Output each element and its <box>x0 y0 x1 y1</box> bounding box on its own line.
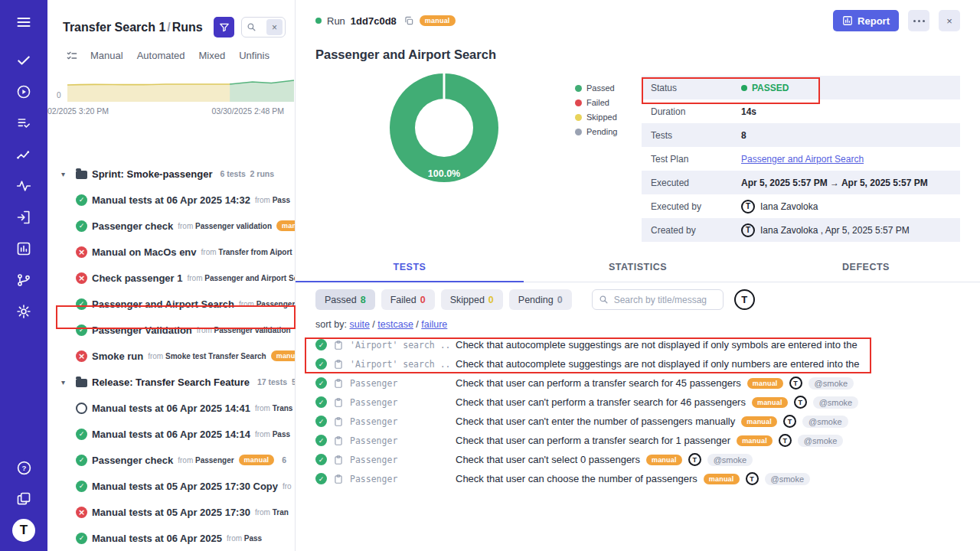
test-title[interactable]: Check that user can perform a transfer s… <box>456 377 741 389</box>
report-button[interactable]: Report <box>833 10 899 31</box>
status-icon <box>76 171 87 179</box>
search-icon <box>247 22 256 32</box>
projects-icon[interactable] <box>11 487 37 510</box>
test-row[interactable]: Passenger Check that user can't perform … <box>315 393 960 412</box>
search-input[interactable] <box>592 289 724 310</box>
runs-list-icon[interactable] <box>11 112 37 135</box>
test-row[interactable]: Passenger Check that user can perform a … <box>315 431 960 450</box>
smoke-tag[interactable]: @smoke <box>707 454 753 466</box>
status-icon <box>76 507 87 518</box>
sort-link[interactable]: failure <box>421 319 447 330</box>
smoke-tag[interactable]: @smoke <box>813 396 859 409</box>
item-meta: 17 tests 5 <box>257 377 295 386</box>
from-label: from Pass <box>255 430 290 439</box>
tab[interactable]: STATISTICS <box>524 255 752 282</box>
flow-icon[interactable] <box>11 143 37 166</box>
tab[interactable]: TESTS <box>296 255 524 282</box>
testomat-icon: T <box>779 434 792 447</box>
check-icon[interactable] <box>11 49 37 72</box>
play-circle-icon[interactable] <box>11 80 37 103</box>
passed-icon <box>315 435 327 446</box>
tree-item[interactable]: Manual tests at 06 Apr 2025 14:41 from T… <box>47 395 295 421</box>
tree-item[interactable]: Passenger and Airport Search from Passen… <box>47 291 295 317</box>
from-label: from Passenger <box>178 456 234 465</box>
filter-chip[interactable]: Failed0 <box>381 289 435 310</box>
suite-name: 'Airport' search ... <box>350 359 449 370</box>
from-label: from Transfer from Aiport <box>201 248 292 256</box>
info-row: Created by TIana Zavoloka , Apr 5, 2025 … <box>642 218 960 242</box>
analytics-icon[interactable] <box>11 237 37 260</box>
test-row[interactable]: Passenger Check that user can't select 0… <box>315 450 960 469</box>
tree-item[interactable]: Manual tests at 06 Apr 2025 14:32 from P… <box>47 187 295 213</box>
help-icon[interactable]: ? <box>11 456 37 479</box>
info-value: 14s <box>741 106 951 117</box>
tree-item[interactable]: Smoke run from Smoke test Transfer Searc… <box>47 343 295 369</box>
test-title[interactable]: Check that user can choose the number of… <box>456 473 697 484</box>
tree-item[interactable]: Manual tests at 05 Apr 2025 17:30 from T… <box>47 499 295 525</box>
sidebar-tab[interactable]: Mixed <box>199 50 226 61</box>
sort-links: suite / testcase / failure <box>349 319 447 330</box>
smoke-tag[interactable]: @smoke <box>765 473 811 485</box>
pulse-icon[interactable] <box>11 174 37 197</box>
sidebar-tab[interactable]: Automated <box>137 50 185 61</box>
tree-item[interactable]: Passenger check from Passenger validatio… <box>47 213 295 239</box>
sort-link[interactable]: testcase <box>377 319 413 330</box>
branch-icon[interactable] <box>11 269 37 292</box>
breadcrumb-project[interactable]: Transfer Search 1 <box>63 21 165 34</box>
tree-item[interactable]: Check passenger 1 from Passenger and Air… <box>47 265 295 291</box>
sidebar-tab[interactable]: Manual <box>90 50 123 61</box>
filter-button[interactable] <box>214 17 234 37</box>
copy-icon[interactable] <box>403 15 414 26</box>
test-title[interactable]: Check that user can't select 0 passenger… <box>456 454 640 465</box>
info-value: Apr 5, 2025 5:57 PM → Apr 5, 2025 5:57 P… <box>741 178 951 188</box>
menu-icon[interactable] <box>11 11 37 34</box>
tree-item[interactable]: Manual on MacOs env from Transfer from A… <box>47 239 295 265</box>
sidebar-tab[interactable]: Unfinis <box>239 50 270 61</box>
manual-badge: manual <box>704 474 740 484</box>
import-icon[interactable] <box>11 206 37 229</box>
smoke-tag[interactable]: @smoke <box>802 416 848 428</box>
test-plan-link[interactable]: Passenger and Airport Search <box>741 154 864 165</box>
filter-chip[interactable]: Passed8 <box>315 289 375 310</box>
logo-icon[interactable]: T <box>12 519 35 542</box>
breadcrumb-section[interactable]: Runs <box>172 21 203 34</box>
sort-link[interactable]: suite <box>349 319 369 330</box>
smoke-tag[interactable]: @smoke <box>798 435 844 447</box>
test-row[interactable]: Passenger Check that user can perform a … <box>315 373 960 393</box>
testomat-filter-button[interactable]: T <box>734 289 755 310</box>
tab[interactable]: DEFECTS <box>752 255 980 282</box>
sidebar-tabs: Manual Automated Mixed Unfinis <box>47 37 295 68</box>
chevron-down-icon[interactable]: ▾ <box>61 170 71 178</box>
close-button[interactable]: × <box>939 10 960 31</box>
tree-item[interactable]: Passenger check from Passenger manual 6 <box>47 447 295 473</box>
tree-item[interactable]: Manual tests at 06 Apr 2025 14:14 from P… <box>47 421 295 447</box>
test-title[interactable]: Check that autocomplete suggestings are … <box>456 339 858 350</box>
settings-icon[interactable] <box>11 300 37 323</box>
tree-item[interactable]: ▾ Release: Transfer Search Feature 17 te… <box>47 369 295 395</box>
test-row[interactable]: Passenger Check that user can choose the… <box>315 469 960 488</box>
search-input[interactable]: × <box>241 17 286 37</box>
tree-item[interactable]: Manual tests at 06 Apr 2025 from Pass <box>47 525 295 551</box>
filter-chip[interactable]: Pending0 <box>509 289 572 310</box>
test-row[interactable]: 'Airport' search ... Check that autocomp… <box>315 354 960 373</box>
test-title[interactable]: Check that user can't perform a transfer… <box>456 396 746 408</box>
chevron-down-icon[interactable]: ▾ <box>61 378 71 386</box>
more-options-button[interactable] <box>908 10 929 31</box>
filter-chip[interactable]: Skipped0 <box>441 289 503 310</box>
test-title[interactable]: Check that autocomplete suggestings are … <box>456 358 860 370</box>
tree-item[interactable]: Passenger Validation from Passenger vali… <box>47 317 295 343</box>
clear-search-button[interactable]: × <box>266 19 283 35</box>
clipboard-icon <box>333 397 344 408</box>
passed-icon <box>315 416 327 427</box>
test-row[interactable]: Passenger Check that user can't enter th… <box>315 412 960 431</box>
smoke-tag[interactable]: @smoke <box>808 377 854 390</box>
test-title[interactable]: Check that user can't enter the number o… <box>456 416 735 427</box>
item-meta: 6 <box>282 455 286 465</box>
info-label: Executed by <box>651 201 741 212</box>
tree-item[interactable]: ▾ Sprint: Smoke-passenger 6 tests 2 runs <box>47 161 295 187</box>
test-title[interactable]: Check that user can perform a transfer s… <box>456 435 730 446</box>
test-row[interactable]: 'Airport' search ... Check that autocomp… <box>315 335 960 354</box>
status-icon <box>76 272 87 284</box>
tree-item[interactable]: Manual tests at 05 Apr 2025 17:30 Copy f… <box>47 473 295 499</box>
checklist-icon[interactable] <box>66 50 78 62</box>
